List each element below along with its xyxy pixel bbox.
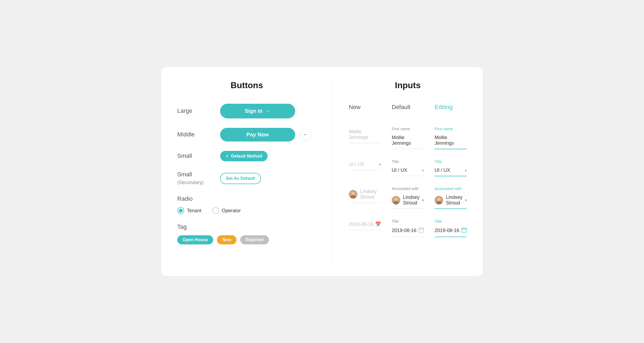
associated-default-label: Associated with [392, 187, 424, 191]
chevron-down-teal-icon: ▾ [465, 168, 467, 173]
small-label: Small [177, 152, 220, 160]
right-panel: Inputs New Default Editing Mollie Jennin… [333, 80, 467, 263]
date-editing-label: Title [435, 219, 467, 223]
arrow-left-icon: ← [303, 132, 308, 137]
calendar-teal-icon [461, 227, 467, 234]
associated-editing-value: Lindsey Stroud [446, 195, 465, 206]
firstname-default-label: First name [392, 127, 424, 131]
svg-point-1 [351, 192, 355, 195]
firstname-default-input[interactable]: Mollie Jennings [392, 133, 424, 149]
title-editing: Title UI / UX ▾ [435, 159, 467, 176]
title-new-select[interactable]: UI / UX ▾ [349, 159, 381, 170]
firstname-editing-input[interactable]: Mollie Jennings [435, 133, 467, 149]
associated-new-select[interactable]: Lindsey Stroud [349, 187, 381, 203]
back-button[interactable]: ← [299, 129, 311, 141]
middle-row: Middle Pay Now ← [177, 128, 316, 141]
buttons-title: Buttons [177, 80, 316, 90]
date-new: 2019-08-16 📅 [349, 219, 381, 237]
radio-label: Radio [177, 195, 316, 202]
default-method-button[interactable]: ✓ Default Method [220, 151, 268, 161]
chevron-down-icon: ▾ [379, 162, 381, 167]
associated-new-value: Lindsey Stroud [360, 189, 381, 200]
svg-rect-9 [419, 228, 424, 232]
firstname-row: Mollie Jennings First name Mollie Jennin… [349, 127, 467, 159]
date-editing: Title 2019-08-16 [435, 219, 467, 237]
date-row: 2019-08-16 📅 Title 2019-08-16 [349, 219, 467, 247]
left-panel: Buttons Large Sign In → Middle Pay Now ←… [177, 80, 333, 263]
calendar-icon [419, 227, 424, 234]
date-default-label: Title [392, 219, 424, 223]
tag-label: Tag [177, 223, 316, 230]
main-card: Buttons Large Sign In → Middle Pay Now ←… [161, 67, 483, 276]
svg-point-7 [437, 198, 441, 201]
title-editing-value: UI / UX [435, 167, 450, 173]
radio-group: Tenant Operator [177, 207, 316, 214]
associated-editing: Associated with Lindsey Stroud ▾ [435, 187, 467, 209]
date-editing-input[interactable]: 2019-08-16 [435, 225, 467, 237]
middle-label: Middle [177, 131, 220, 139]
title-default: Title UI / UX ▾ [392, 159, 424, 176]
radio-section: Radio Tenant Operator [177, 195, 316, 214]
associated-default-select[interactable]: Lindsey Stroud ▾ [392, 192, 424, 209]
associated-default: Associated with Lindsey Stroud ▾ [392, 187, 424, 209]
date-default-input[interactable]: 2019-08-16 [392, 225, 424, 237]
chevron-down-icon: ▾ [422, 198, 424, 202]
date-editing-value: 2019-08-16 [435, 228, 459, 233]
col-header-default: Default [392, 104, 424, 111]
tag-rejected: Rejected [240, 235, 269, 244]
pay-now-button[interactable]: Pay Now [220, 128, 295, 141]
sign-in-label: Sign In [245, 108, 263, 114]
title-new-value: UI / UX [349, 162, 364, 167]
radio-tenant-label: Tenant [187, 208, 201, 214]
date-new-value: 2019-08-16 [349, 222, 373, 227]
chevron-down-teal-icon: ▾ [465, 198, 467, 202]
associated-default-avatar-row: Lindsey Stroud [392, 195, 422, 206]
associated-editing-avatar-row: Lindsey Stroud [435, 195, 465, 206]
col-header-editing: Editing [435, 104, 467, 111]
associated-new: Lindsey Stroud [349, 187, 381, 209]
svg-point-4 [394, 198, 398, 201]
radio-operator-circle[interactable] [212, 207, 219, 214]
default-method-label: Default Method [231, 154, 262, 159]
title-row: UI / UX ▾ Title UI / UX ▾ Title UI / UX … [349, 159, 467, 187]
sign-in-button[interactable]: Sign In → [220, 104, 295, 118]
large-row: Large Sign In → [177, 104, 316, 118]
small-secondary-row: Small(Secondary) Set As Default [177, 171, 316, 186]
radio-operator[interactable]: Operator [212, 207, 241, 214]
large-label: Large [177, 107, 220, 115]
title-editing-select[interactable]: UI / UX ▾ [435, 165, 467, 176]
svg-rect-13 [462, 228, 467, 232]
date-new-input[interactable]: 2019-08-16 📅 [349, 219, 381, 230]
title-default-select[interactable]: UI / UX ▾ [392, 165, 424, 176]
tag-new: New [217, 235, 236, 244]
arrow-right-icon: → [265, 108, 271, 114]
associated-new-avatar-row: Lindsey Stroud [349, 189, 381, 200]
firstname-new-input[interactable]: Mollie Jennings [349, 127, 381, 143]
associated-editing-label: Associated with [435, 187, 467, 191]
firstname-editing-label: First name [435, 127, 467, 131]
title-new: UI / UX ▾ [349, 159, 381, 176]
calendar-icon: 📅 [375, 221, 381, 227]
column-headers: New Default Editing [349, 104, 467, 121]
radio-tenant-circle[interactable] [177, 207, 184, 214]
associated-editing-select[interactable]: Lindsey Stroud ▾ [435, 192, 467, 209]
associated-row: Lindsey Stroud Associated with [349, 187, 467, 219]
firstname-default: First name Mollie Jennings [392, 127, 424, 149]
tag-open-house: Open House [177, 235, 213, 244]
avatar-new [349, 190, 357, 199]
tag-group: Open House New Rejected [177, 235, 316, 244]
set-as-default-button[interactable]: Set As Default [220, 173, 261, 184]
small-secondary-label: Small(Secondary) [177, 171, 220, 186]
firstname-new: Mollie Jennings [349, 127, 381, 149]
small-row: Small ✓ Default Method [177, 151, 316, 161]
title-default-label: Title [392, 159, 424, 164]
check-icon: ✓ [225, 154, 229, 159]
associated-default-value: Lindsey Stroud [403, 195, 422, 206]
title-editing-label: Title [435, 159, 467, 164]
radio-operator-label: Operator [222, 208, 241, 214]
title-default-value: UI / UX [392, 167, 407, 173]
radio-tenant[interactable]: Tenant [177, 207, 201, 214]
avatar-default [392, 196, 400, 204]
date-default-value: 2019-08-16 [392, 228, 416, 233]
chevron-down-icon: ▾ [422, 168, 424, 173]
